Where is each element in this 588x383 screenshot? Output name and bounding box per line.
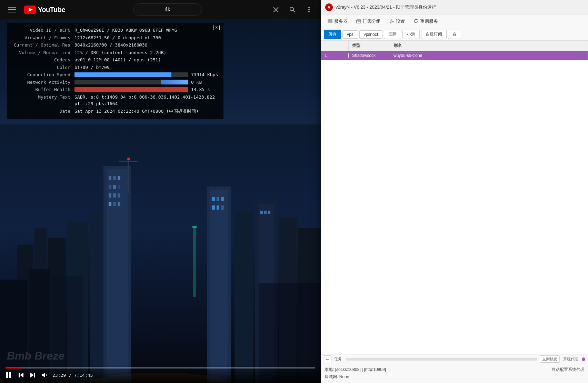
col-header-arrow: [338, 41, 349, 51]
svg-rect-30: [128, 159, 129, 193]
more-options-icon[interactable]: [303, 3, 315, 16]
v2rayn-app-icon: v: [325, 3, 333, 11]
svg-rect-58: [9, 372, 11, 378]
filter-tab-vpsnocf[interactable]: vpsnocf: [359, 30, 382, 39]
row-num: 1: [321, 51, 338, 60]
nav-label: 任务: [334, 356, 342, 362]
youtube-player: YouTube 4k: [0, 0, 321, 383]
subscription-menu-button[interactable]: 订阅分组: [352, 17, 384, 26]
svg-rect-19: [113, 176, 116, 180]
svg-rect-68: [357, 20, 361, 23]
row-active-indicator: [338, 53, 349, 58]
server-menu-button[interactable]: 服务器: [324, 17, 351, 26]
stat-row-res: Current / Optimal Res 3840x2160@30 / 384…: [12, 42, 218, 49]
svg-rect-22: [113, 185, 116, 189]
filter-tab-chicken[interactable]: 小鸡: [402, 30, 420, 39]
stat-value-color: bt709 / bt709: [74, 64, 218, 71]
video-progress-bar[interactable]: [6, 367, 315, 369]
row-alias: wuyou-ss-clone: [390, 51, 588, 60]
play-button[interactable]: [6, 371, 13, 379]
net-activity-bar: [74, 80, 188, 84]
video-player[interactable]: [X] Video ID / sCPN R_QhwOWZ98I / KB3D A…: [0, 19, 321, 383]
buf-health-bar: [74, 87, 188, 92]
svg-rect-21: [109, 185, 111, 189]
col-header-type: 类型: [349, 41, 390, 51]
svg-line-5: [293, 10, 295, 12]
server-menu-label: 服务器: [334, 18, 348, 24]
statusbar-scrollbar[interactable]: [346, 358, 537, 361]
restart-service-button[interactable]: 重启服务: [410, 17, 441, 26]
trigger-now-button[interactable]: 立刻触发: [540, 355, 560, 363]
settings-menu-label: 设置: [396, 18, 405, 24]
svg-point-4: [290, 7, 293, 11]
stat-value-codecs: av01.0.12M.08 (401) / opus (251): [74, 57, 218, 63]
stat-label-codecs: Codecs: [12, 57, 74, 63]
filter-tab-vps[interactable]: vps: [342, 30, 358, 39]
video-controls-bar: 23:29 / 7:14:45: [0, 364, 321, 383]
stat-label-connspeed: Connection Speed: [12, 71, 74, 78]
v2rayn-titlebar: v v2rayN - V6.23 - 2023/04/21 - 以非管理员身份运…: [321, 0, 588, 14]
v2rayn-toolbar: 服务器 订阅分组 设置: [321, 14, 588, 28]
filter-tab-all[interactable]: 所有: [324, 30, 341, 39]
menu-icon[interactable]: [6, 4, 19, 15]
restart-service-label: 重启服务: [420, 18, 438, 24]
svg-rect-37: [212, 205, 215, 210]
col-header-num: [321, 41, 338, 51]
total-time: 7:14:45: [74, 373, 93, 378]
stat-row-codecs: Codecs av01.0.12M.08 (401) / opus (251): [12, 57, 218, 63]
subscription-icon: [356, 19, 361, 24]
stat-value-res: 3840x2160@30 / 3840x2160@30: [74, 42, 218, 49]
topbar-right-actions: [270, 3, 315, 16]
v2rayn-statusbar: ← 任务 立刻触发 系统代理 本地: [socks:10808] | [http…: [321, 354, 588, 383]
youtube-logo[interactable]: YouTube: [24, 6, 65, 14]
volume-button[interactable]: [41, 371, 48, 379]
svg-rect-29: [118, 202, 120, 206]
current-time: 23:29: [52, 373, 66, 378]
table-header: 类型 别名: [321, 41, 588, 51]
lan-label: 局域网:: [325, 374, 338, 379]
restart-icon: [413, 19, 419, 24]
svg-point-7: [308, 9, 310, 10]
server-table: 类型 别名 1 Shadowsock wuyou-ss-clone: [321, 41, 588, 354]
svg-rect-25: [113, 193, 116, 198]
filter-tab-custom-sub[interactable]: 自建订阅: [421, 30, 447, 39]
svg-rect-20: [118, 176, 120, 180]
stat-value-bufhealth: 14.85 s: [74, 86, 218, 93]
svg-rect-17: [107, 169, 128, 376]
skip-forward-button[interactable]: [29, 371, 37, 379]
stat-row-connspeed: Connection Speed 73914 Kbps: [12, 71, 218, 78]
stat-label-volume: Volume / Normalized: [12, 49, 74, 56]
col-header-alias: 别名: [390, 41, 588, 51]
row-type: Shadowsock: [349, 51, 390, 60]
search-icon[interactable]: [286, 3, 299, 16]
stat-value-viewport: 1212x682*1.50 / 0 dropped of 780: [74, 34, 218, 41]
statusbar-proxy-info: 自动配置系统代理: [516, 366, 585, 380]
svg-rect-60: [19, 373, 20, 377]
stats-close-button[interactable]: [X]: [212, 25, 221, 30]
svg-rect-43: [260, 211, 263, 214]
stat-label-color: Color: [12, 64, 74, 71]
svg-rect-33: [210, 190, 228, 383]
stat-row-date: Date Sat Apr 13 2024 02:22:40 GMT+0800 (…: [12, 108, 218, 115]
youtube-logo-text: YouTube: [38, 6, 65, 14]
search-bar: 4k: [71, 3, 264, 16]
filter-tab-self[interactable]: 自: [448, 30, 461, 39]
close-icon[interactable]: [270, 3, 282, 16]
settings-icon: [389, 19, 395, 24]
v2rayn-title-text: v2rayN - V6.23 - 2023/04/21 - 以非管理员身份运行: [336, 4, 584, 10]
statusbar-info: 本地: [socks:10808] | [http:10809] 局域网: No…: [321, 364, 588, 383]
stat-value-netactivity: 0 KB: [74, 79, 218, 86]
svg-rect-54: [193, 228, 196, 297]
settings-menu-button[interactable]: 设置: [386, 17, 408, 26]
svg-rect-34: [212, 197, 215, 201]
filter-tab-intl[interactable]: 国际: [384, 30, 401, 39]
stat-value-videoid: R_QhwOWZ98I / KB3D ABKW 096B 6FEF WFYG: [74, 27, 218, 34]
stat-value-mystery: SABR, s:8 t:1409.04 b:0.000-36.036,1402.…: [74, 94, 218, 107]
stat-value-volume: 12% / DRC (content loudness 2.2dB): [74, 49, 218, 56]
local-value: [socks:10808] | [http:10809]: [335, 367, 386, 372]
nav-back-button[interactable]: ←: [324, 355, 331, 363]
svg-point-8: [308, 11, 310, 12]
table-row[interactable]: 1 Shadowsock wuyou-ss-clone: [321, 51, 588, 60]
search-query[interactable]: 4k: [133, 3, 202, 16]
skip-back-button[interactable]: [17, 371, 25, 379]
